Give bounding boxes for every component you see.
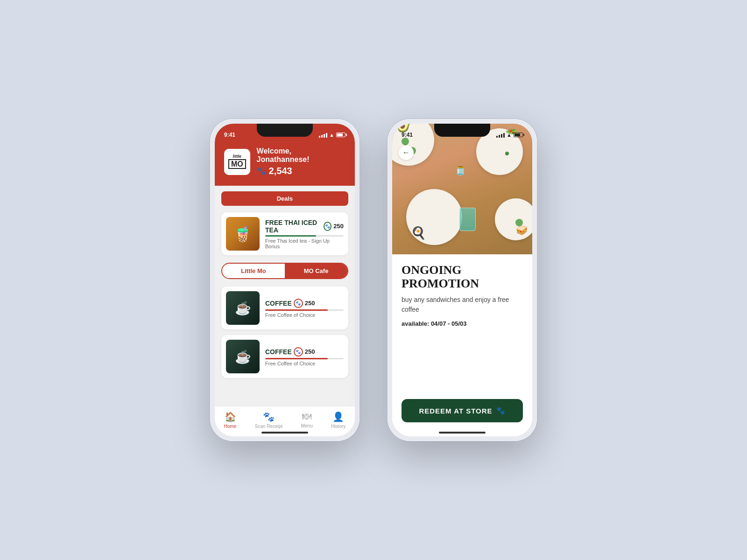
notch-2 [434,124,490,137]
food-bg: 🥑 🥗 🍳 🥪 🫙 [392,124,532,254]
category-toggle: Little Mo MO Cafe [221,263,348,279]
redeem-paw: 🐾 [496,406,506,415]
nav-scan-label: Scan Receipt [255,424,282,429]
welcome-text: Welcome, Jonathannese! [257,147,345,164]
phone-2: 9:41 ▲ [388,119,537,441]
deal-1-progress-fill [265,235,316,237]
deal-2-progress-fill [265,309,328,311]
nav-history[interactable]: 👤 History [331,411,345,429]
status-icons-2: ▲ [496,132,523,138]
header-info: Welcome, Jonathannese! 🐾 2,543 [257,147,345,176]
signal-icon [319,132,327,138]
deal-2-description: Free Coffee of Choice [265,312,344,318]
deal-1-title: FREE THAI ICED TEA [265,219,322,234]
deal-3-points: 250 [305,348,315,355]
deal-3-title: COFFEE [265,348,292,356]
deal-3-info: COFFEE 🐾 250 Free Coffee of Choice [265,347,344,366]
deal-2-points-badge: COFFEE 🐾 250 [265,299,344,308]
nav-home[interactable]: 🏠 Home [224,411,237,429]
deal-1-info: FREE THAI ICED TEA 🐾 250 Free Thai Iced … [265,219,344,249]
deal-2-info: COFFEE 🐾 250 Free Coffee of Choice [265,299,344,318]
nav-menu[interactable]: 🍽 Menu [301,411,313,429]
deal-2-progress-bar [265,309,344,311]
status-icons: ▲ [319,132,345,138]
promo-date-label: available: [402,320,429,327]
notch [257,124,313,137]
signal-icon-2 [496,132,505,138]
home-icon: 🏠 [225,411,236,422]
points-row: 🐾 2,543 [257,166,345,176]
deal-card-coffee-2[interactable]: COFFEE 🐾 250 Free Coffee of Choice [221,335,348,378]
deal-1-description: Free Thai Iced tea - Sign Up Bonus [265,238,344,249]
menu-icon: 🍽 [302,411,311,422]
drink-glass [459,208,476,231]
nav-menu-label: Menu [301,423,313,428]
food-center: 🫙 [455,166,465,176]
deal-2-badge-paw: 🐾 [294,299,303,308]
app-content: Deals FREE THAI ICED TEA 🐾 250 Free T [215,186,355,406]
food-bottom-left: 🍳 [411,226,426,240]
home-indicator-2 [439,432,486,434]
battery-icon [336,133,345,137]
home-indicator [261,432,308,434]
deal-3-description: Free Coffee of Choice [265,361,344,366]
coffee-2-image [226,340,260,373]
promo-date-value: 04/07 - 05/03 [431,320,467,327]
wifi-icon-2: ▲ [507,132,512,138]
paw-icon: 🐾 [257,167,266,175]
promo-description: buy any sandwiches and enjoy a free coff… [402,295,523,315]
nav-history-label: History [331,424,345,429]
scan-icon: 🐾 [263,411,275,422]
deal-2-points: 250 [305,300,315,307]
deals-label: Deals [221,191,348,206]
phone-1: 9:41 ▲ little [210,119,359,441]
tab-mo-cafe[interactable]: MO Cafe [285,264,347,278]
history-icon: 👤 [332,411,344,422]
back-button[interactable]: ← [399,145,414,160]
points-value: 2,543 [269,166,292,176]
deal-1-points-badge: FREE THAI ICED TEA 🐾 250 [265,219,344,234]
deal-3-progress-bar [265,358,344,359]
deal-3-progress-fill [265,358,328,359]
herb-5 [515,219,523,226]
battery-icon-2 [514,133,523,137]
deal-3-badge-paw: 🐾 [294,347,303,357]
wifi-icon: ▲ [329,132,334,138]
deal-1-points: 250 [333,223,344,230]
logo-little: little [233,154,242,159]
food-image: 🥑 🥗 🍳 🥪 🫙 ← [392,124,532,254]
deal-1-badge-paw: 🐾 [324,222,332,231]
back-icon: ← [402,148,410,157]
app-logo: little MO [224,149,250,175]
nav-home-label: Home [224,424,237,429]
deal-1-progress-bar [265,235,344,237]
coffee-1-image [226,291,260,325]
deal-card-thai-tea[interactable]: FREE THAI ICED TEA 🐾 250 Free Thai Iced … [221,212,348,255]
app-header: little MO Welcome, Jonathannese! 🐾 2,543 [215,141,355,186]
herb-4 [505,152,509,155]
tab-little-mo[interactable]: Little Mo [222,264,285,278]
deal-card-coffee-1[interactable]: COFFEE 🐾 250 Free Coffee of Choice [221,287,348,329]
thai-tea-image [226,217,260,251]
status-time: 9:41 [224,132,235,138]
deal-3-points-badge: COFFEE 🐾 250 [265,347,344,357]
status-time-2: 9:41 [402,132,413,138]
promo-title: ONGOING PROMOTION [402,264,523,290]
deal-2-title: COFFEE [265,300,292,307]
nav-scan[interactable]: 🐾 Scan Receipt [255,411,282,429]
promo-date: available: 04/07 - 05/03 [402,320,523,327]
logo-mo: MO [228,159,246,169]
redeem-button[interactable]: REDEEM AT STORE 🐾 [402,399,523,422]
redeem-label: REDEEM AT STORE [419,407,492,415]
